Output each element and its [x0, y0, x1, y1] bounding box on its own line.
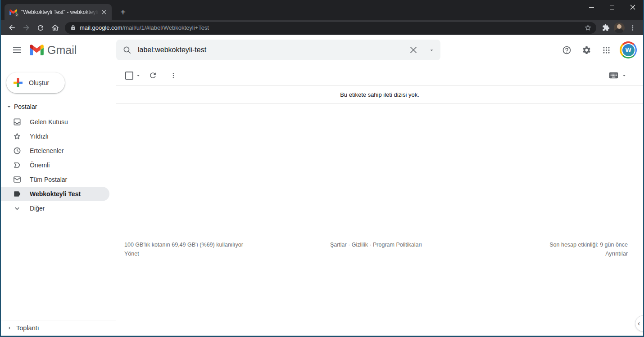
- account-avatar-button[interactable]: W: [620, 41, 637, 58]
- activity-details-link[interactable]: Ayrıntılar: [422, 249, 628, 258]
- browser-toolbar: mail.google.com/mail/u/1/#label/Webkokte…: [1, 20, 643, 35]
- header-actions: W: [557, 40, 643, 60]
- clear-icon: [410, 46, 417, 54]
- apps-grid-icon: [602, 46, 611, 54]
- refresh-button[interactable]: [144, 67, 162, 85]
- sidebar-item-label: Gelen Kutusu: [30, 118, 68, 126]
- gmail-favicon: 0: [9, 9, 17, 15]
- new-tab-button[interactable]: +: [117, 6, 129, 18]
- help-icon: [562, 45, 571, 55]
- sidebar-item-label: Diğer: [30, 205, 45, 212]
- legal-links[interactable]: Şartlar · Gizlilik · Program Politikalar…: [330, 240, 422, 258]
- browser-menu-button[interactable]: [626, 22, 639, 34]
- plus-icon: [13, 77, 23, 88]
- select-all-checkbox[interactable]: [125, 72, 133, 80]
- gmail-logo[interactable]: Gmail: [30, 44, 105, 57]
- account-activity: Son hesap etkinliği: 9 gün önce Ayrıntıl…: [422, 240, 628, 258]
- sidebar-nav: Gelen Kutusu Yıldızlı Ertelenenler: [1, 115, 109, 216]
- browser-profile-button[interactable]: [612, 22, 626, 34]
- star-icon: [13, 132, 22, 141]
- refresh-icon: [149, 71, 157, 80]
- caret-down-icon: [136, 73, 141, 78]
- url-path: /mail/u/1/#label/Webkokteyli+Test: [122, 24, 209, 31]
- profile-photo: [614, 22, 625, 33]
- back-icon: [8, 23, 16, 32]
- search-options-button[interactable]: [422, 41, 440, 59]
- main-menu-button[interactable]: [6, 39, 28, 61]
- sidebar-item-label: Önemli: [30, 162, 50, 169]
- gear-icon: [582, 45, 591, 55]
- url-text: mail.google.com/mail/u/1/#label/Webkokte…: [80, 24, 584, 31]
- list-footer: 100 GB'lık kotanın 69,49 GB'ı (%69) kull…: [124, 240, 628, 258]
- activity-text: Son hesap etkinliği: 9 gün önce: [422, 240, 628, 249]
- browser-tab[interactable]: 0 "Webkokteyli Test" - webkokteyli: [5, 4, 112, 20]
- back-button[interactable]: [5, 22, 19, 34]
- tab-close-icon[interactable]: [100, 8, 108, 16]
- caret-down-icon: [621, 73, 627, 78]
- search-bar[interactable]: label:webkokteyli-test: [116, 40, 440, 60]
- gmail-body: Oluştur Postalar Gelen Kutusu: [1, 65, 643, 336]
- sidebar-item-label: Webkokteyli Test: [30, 190, 81, 198]
- chevron-down-icon: [13, 204, 22, 213]
- select-options-button[interactable]: [136, 73, 141, 78]
- sidebar-item-more[interactable]: Diğer: [1, 201, 109, 216]
- home-icon: [51, 23, 59, 32]
- reload-button[interactable]: [33, 22, 48, 34]
- maximize-icon: [610, 5, 614, 9]
- close-icon: [630, 4, 635, 10]
- search-input[interactable]: label:webkokteyli-test: [138, 46, 404, 54]
- label-icon: [13, 189, 22, 198]
- arrow-drop-down-icon: [5, 103, 13, 110]
- lock-icon: [70, 25, 76, 31]
- more-actions-button[interactable]: [164, 67, 182, 85]
- window-controls: [581, 0, 643, 14]
- tab-title: "Webkokteyli Test" - webkokteyli: [21, 9, 100, 15]
- browser-titlebar: 0 "Webkokteyli Test" - webkokteyli +: [1, 0, 643, 20]
- sidebar-item-all-mail[interactable]: Tüm Postalar: [1, 172, 109, 187]
- arrow-right-icon: [6, 325, 13, 331]
- browser-window: 0 "Webkokteyli Test" - webkokteyli +: [0, 0, 644, 337]
- sidebar-item-important[interactable]: Önemli: [1, 158, 109, 172]
- sidebar-section-mail[interactable]: Postalar: [1, 103, 116, 111]
- minimize-button[interactable]: [581, 0, 602, 14]
- mail-list-area: Bu etikete sahip ileti dizisi yok. 100 G…: [116, 65, 643, 336]
- quota-manage-link[interactable]: Yönet: [124, 249, 330, 258]
- close-button[interactable]: [622, 0, 643, 14]
- home-button[interactable]: [48, 22, 62, 34]
- sidebar: Oluştur Postalar Gelen Kutusu: [1, 65, 116, 336]
- sidebar-item-starred[interactable]: Yıldızlı: [1, 129, 109, 144]
- apps-grid-button[interactable]: [596, 40, 616, 60]
- sidebar-item-inbox[interactable]: Gelen Kutusu: [1, 115, 109, 129]
- gmail-wordmark: Gmail: [47, 44, 77, 57]
- compose-button[interactable]: Oluştur: [6, 72, 65, 93]
- bookmark-star-icon[interactable]: [584, 24, 592, 31]
- clear-search-button[interactable]: [404, 41, 422, 59]
- meet-label: Toplantı: [16, 324, 39, 332]
- gmail-m-icon: [30, 45, 44, 55]
- maximize-button[interactable]: [602, 0, 622, 14]
- compose-label: Oluştur: [29, 79, 49, 86]
- url-bar[interactable]: mail.google.com/mail/u/1/#label/Webkokte…: [65, 22, 596, 34]
- more-vert-icon: [170, 72, 177, 79]
- more-vert-icon: [629, 24, 636, 31]
- forward-icon: [22, 23, 31, 32]
- settings-button[interactable]: [576, 40, 596, 60]
- sidebar-section-meet[interactable]: Toplantı: [1, 320, 116, 336]
- puzzle-icon: [602, 24, 610, 31]
- sidebar-item-webkokteyli-test[interactable]: Webkokteyli Test: [1, 187, 109, 201]
- clock-icon: [13, 146, 22, 155]
- chevron-left-icon: ‹: [638, 319, 640, 328]
- search-button[interactable]: [116, 46, 138, 54]
- section-label: Postalar: [14, 103, 37, 110]
- support-button[interactable]: [557, 40, 576, 60]
- empty-state-row: Bu etikete sahip ileti dizisi yok.: [116, 85, 643, 104]
- hamburger-icon: [13, 47, 21, 53]
- minimize-icon: [589, 7, 594, 8]
- input-tools-button[interactable]: [608, 70, 627, 81]
- importance-icon: [13, 161, 22, 170]
- forward-button[interactable]: [19, 22, 33, 34]
- sidebar-item-snoozed[interactable]: Ertelenenler: [1, 144, 109, 158]
- reload-icon: [36, 24, 45, 32]
- extensions-button[interactable]: [599, 22, 612, 34]
- side-panel-toggle[interactable]: ‹: [635, 315, 644, 332]
